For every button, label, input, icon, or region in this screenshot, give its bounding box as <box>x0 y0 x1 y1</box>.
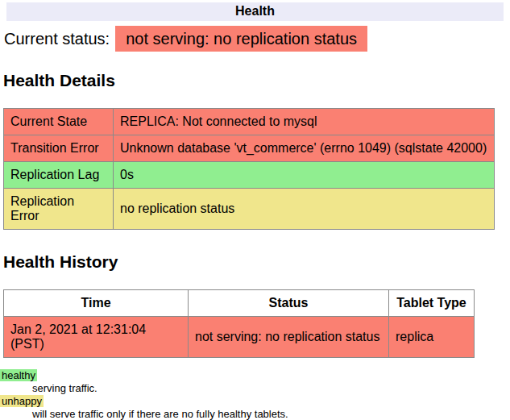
current-status-label: Current status: <box>4 30 110 48</box>
health-details-heading: Health Details <box>3 71 510 90</box>
health-details-table: Current State REPLICA: Not connected to … <box>3 108 495 230</box>
detail-value: Unknown database 'vt_commerce' (errno 10… <box>114 135 495 162</box>
detail-key: Replication Error <box>4 189 114 230</box>
detail-value: REPLICA: Not connected to mysql <box>114 109 495 135</box>
table-row: Replication Error no replication status <box>4 189 495 230</box>
legend-term-healthy: healthy <box>0 369 37 381</box>
current-status-badge: not serving: no replication status <box>115 26 367 52</box>
table-row: Jan 2, 2021 at 12:31:04 (PST) not servin… <box>4 317 475 358</box>
detail-key: Replication Lag <box>4 162 114 189</box>
legend-term: healthy <box>0 369 510 382</box>
health-page: Health Current status:not serving: no re… <box>0 0 510 420</box>
legend: healthy serving traffic. unhappy will se… <box>0 369 510 420</box>
history-tablet-type: replica <box>389 317 475 358</box>
legend-description: will serve traffic only if there are no … <box>32 408 510 420</box>
table-row: Replication Lag 0s <box>4 162 495 189</box>
column-header-status: Status <box>189 290 389 317</box>
table-row: Transition Error Unknown database 'vt_co… <box>4 135 495 162</box>
detail-value: 0s <box>114 162 495 189</box>
page-title: Health <box>235 4 275 18</box>
health-history-table: Time Status Tablet Type Jan 2, 2021 at 1… <box>3 289 475 358</box>
column-header-time: Time <box>4 290 189 317</box>
history-time: Jan 2, 2021 at 12:31:04 (PST) <box>4 317 189 358</box>
detail-key: Current State <box>4 109 114 135</box>
current-status-line: Current status:not serving: no replicati… <box>4 30 510 48</box>
legend-term-unhappy: unhappy <box>0 395 44 407</box>
table-header-row: Time Status Tablet Type <box>4 290 475 317</box>
legend-term: unhappy <box>0 395 510 408</box>
column-header-tablet-type: Tablet Type <box>389 290 475 317</box>
legend-description: serving traffic. <box>32 382 510 395</box>
detail-key: Transition Error <box>4 135 114 162</box>
detail-value: no replication status <box>114 189 495 230</box>
table-row: Current State REPLICA: Not connected to … <box>4 109 495 135</box>
page-header-bar: Health <box>6 2 504 21</box>
history-status: not serving: no replication status <box>189 317 389 358</box>
health-history-heading: Health History <box>3 252 510 272</box>
